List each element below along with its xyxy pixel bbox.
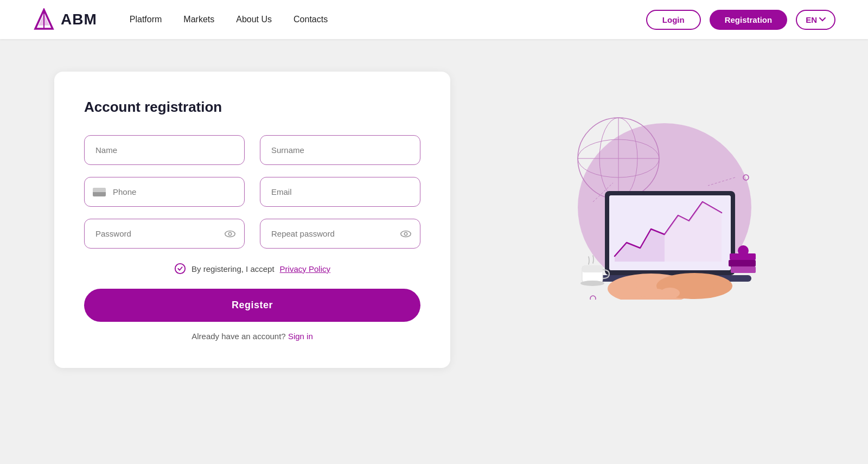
register-button[interactable]: Register bbox=[84, 289, 420, 322]
signin-text: Already have an account? bbox=[192, 332, 285, 341]
name-input-wrapper bbox=[84, 135, 245, 165]
form-title: Account registration bbox=[84, 99, 420, 116]
svg-rect-34 bbox=[582, 266, 603, 272]
login-button[interactable]: Login bbox=[646, 10, 701, 30]
privacy-policy-link[interactable]: Privacy Policy bbox=[280, 264, 330, 274]
illustration-wrapper bbox=[472, 93, 825, 300]
svg-point-5 bbox=[401, 231, 411, 237]
svg-point-14 bbox=[590, 296, 596, 300]
nav-links: Platform Markets About Us Contacts bbox=[130, 15, 646, 24]
repeat-password-input[interactable] bbox=[260, 219, 420, 249]
brand-name: ABM bbox=[61, 11, 97, 28]
chevron-down-icon bbox=[819, 17, 826, 22]
svg-rect-38 bbox=[731, 266, 756, 273]
svg-point-3 bbox=[225, 231, 235, 237]
svg-rect-37 bbox=[729, 260, 756, 266]
phone-input-wrapper bbox=[84, 177, 245, 207]
registration-form-card: Account registration bbox=[54, 72, 450, 368]
password-input-wrapper bbox=[84, 219, 245, 249]
abm-logo-icon bbox=[33, 8, 55, 31]
brand-logo-link[interactable]: ABM bbox=[33, 8, 97, 31]
email-input-wrapper bbox=[260, 177, 420, 207]
main-content: Account registration bbox=[0, 39, 868, 464]
nav-markets[interactable]: Markets bbox=[183, 15, 214, 24]
password-input[interactable] bbox=[84, 219, 245, 249]
repeat-password-input-wrapper bbox=[260, 219, 420, 249]
svg-point-30 bbox=[660, 288, 680, 298]
nav-platform[interactable]: Platform bbox=[130, 15, 162, 24]
svg-point-32 bbox=[713, 284, 730, 294]
form-grid bbox=[84, 135, 420, 249]
privacy-row: By registering, I accept Privacy Policy bbox=[84, 263, 420, 275]
nav-contacts[interactable]: Contacts bbox=[293, 15, 328, 24]
navbar: ABM Platform Markets About Us Contacts L… bbox=[0, 0, 868, 39]
phone-input[interactable] bbox=[84, 177, 245, 207]
svg-point-4 bbox=[228, 232, 232, 236]
svg-point-39 bbox=[738, 245, 749, 256]
language-selector[interactable]: EN bbox=[796, 10, 835, 30]
nav-about[interactable]: About Us bbox=[236, 15, 272, 24]
svg-point-7 bbox=[175, 264, 185, 274]
surname-input-wrapper bbox=[260, 135, 420, 165]
check-circle-icon bbox=[174, 263, 186, 275]
signin-link[interactable]: Sign in bbox=[288, 332, 313, 341]
email-input[interactable] bbox=[260, 177, 420, 207]
registration-button[interactable]: Registration bbox=[710, 10, 788, 30]
name-input[interactable] bbox=[84, 135, 245, 165]
hero-illustration bbox=[534, 93, 762, 300]
svg-point-35 bbox=[580, 281, 604, 286]
signin-row: Already have an account? Sign in bbox=[84, 332, 420, 341]
repeat-password-toggle-icon[interactable] bbox=[400, 228, 412, 240]
navbar-actions: Login Registration EN bbox=[646, 10, 835, 30]
privacy-text: By registering, I accept bbox=[192, 264, 275, 274]
svg-point-6 bbox=[404, 232, 407, 236]
surname-input[interactable] bbox=[260, 135, 420, 165]
password-toggle-icon[interactable] bbox=[224, 228, 236, 240]
